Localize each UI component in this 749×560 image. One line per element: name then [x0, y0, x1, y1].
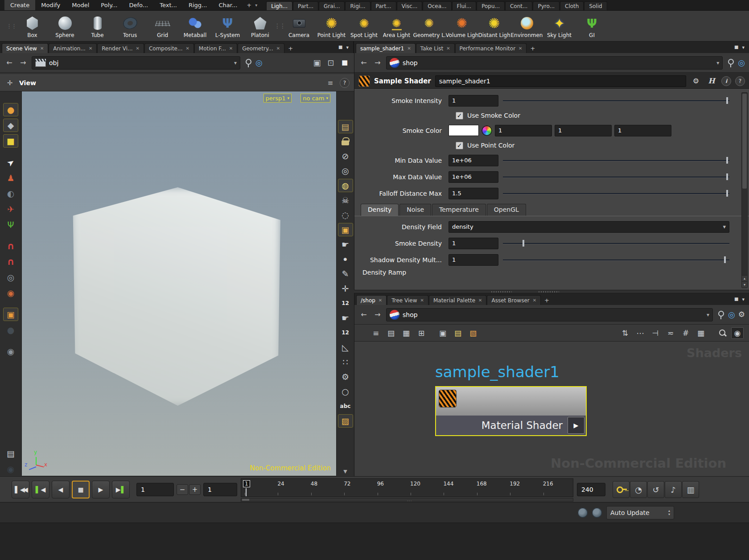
back-icon[interactable] — [358, 309, 369, 320]
shelf-set-tab[interactable]: Popu... — [477, 1, 505, 10]
volume-light-tool[interactable]: Volume Light — [445, 12, 478, 40]
start-frame-field[interactable]: 1 — [136, 483, 174, 496]
distribute-icon[interactable]: ≂ — [664, 327, 677, 339]
no-select-icon[interactable]: ⊘ — [338, 149, 353, 163]
falloff-slider[interactable] — [503, 189, 729, 198]
pin-icon[interactable] — [726, 58, 735, 68]
fog-volume-box[interactable] — [71, 187, 280, 406]
jump-start-button[interactable] — [12, 481, 29, 498]
point-light-tool[interactable]: Point Light — [315, 12, 348, 40]
camera-menu[interactable]: persp1 — [263, 94, 292, 103]
tube-tool[interactable]: Tube — [81, 12, 114, 40]
new-pane-tab-button[interactable]: + — [527, 43, 538, 53]
platonic-tool[interactable]: Platoni — [244, 12, 276, 40]
sphere-tool[interactable]: Sphere — [49, 12, 81, 40]
max-data-slider[interactable] — [503, 173, 729, 181]
pane-tab[interactable]: Tree View — [387, 295, 428, 305]
scroll-thumb[interactable] — [742, 94, 747, 189]
image-plane-icon[interactable]: ▨ — [338, 414, 353, 428]
gear-icon[interactable] — [690, 75, 702, 87]
chevron-down-icon[interactable] — [234, 60, 237, 66]
menu-item[interactable]: Modify — [35, 0, 66, 10]
sky-light-tool[interactable]: Sky Light — [543, 12, 576, 40]
pane-link-icon[interactable] — [325, 58, 336, 68]
material-shader-node[interactable]: Material Shader — [435, 386, 587, 436]
chevron-down-icon[interactable] — [723, 224, 726, 230]
link-target-icon[interactable] — [728, 311, 735, 319]
chevron-down-icon[interactable] — [707, 312, 709, 317]
network-globe-alt-icon[interactable] — [592, 508, 602, 518]
text-badge[interactable]: abc — [338, 399, 353, 413]
lsystem-tool[interactable]: L-System — [211, 12, 244, 40]
stop-button[interactable] — [72, 481, 90, 498]
scene-path-field[interactable]: obj — [32, 56, 240, 70]
thumb-list-icon[interactable]: ▦ — [400, 327, 412, 339]
flipbook-icon[interactable]: ▥ — [682, 481, 699, 498]
pane-tab[interactable]: Scene View — [2, 43, 48, 53]
tree-rows-icon[interactable]: ≡ — [370, 327, 382, 339]
pane-tab[interactable]: /shop — [356, 295, 387, 305]
smoke-intensity-field[interactable]: 1 — [449, 95, 498, 107]
pane-tab[interactable]: Motion F... — [194, 43, 237, 53]
grid-tool[interactable]: Grid — [146, 12, 179, 40]
next-keyframe-button[interactable] — [112, 481, 130, 498]
close-icon[interactable] — [136, 46, 140, 51]
smoke-color-g-field[interactable]: 1 — [555, 125, 612, 136]
forward-icon[interactable] — [372, 58, 383, 68]
geometry-box-icon[interactable]: ▣ — [338, 223, 353, 236]
magnet-icon[interactable]: ∩ — [3, 239, 18, 253]
shelf-set-tab[interactable]: Cloth — [560, 1, 584, 10]
notes-icon[interactable]: ▤ — [3, 447, 18, 460]
gear-icon[interactable] — [738, 311, 745, 318]
render-eye-icon[interactable]: ◉ — [3, 462, 18, 476]
update-mode-dropdown[interactable]: Auto Update — [606, 506, 674, 519]
shelf-set-tab[interactable]: Ligh... — [266, 1, 292, 10]
grid-view-icon[interactable]: ⊞ — [415, 327, 428, 339]
select-target-icon[interactable]: ◎ — [338, 164, 353, 177]
shadow-density-slider[interactable] — [503, 255, 729, 264]
param-folder-tab[interactable]: Noise — [399, 204, 431, 216]
play-button[interactable] — [92, 481, 110, 498]
shelf-drag-handle-icon[interactable] — [6, 23, 16, 29]
network-path-field[interactable]: shop — [386, 308, 713, 321]
back-icon[interactable] — [358, 58, 369, 68]
pane-tab[interactable]: Render Vi... — [97, 43, 144, 53]
white-swatch-icon[interactable] — [339, 58, 350, 68]
pin-icon[interactable] — [243, 58, 252, 68]
pane-maximize-icon[interactable] — [734, 45, 738, 49]
close-icon[interactable] — [229, 46, 233, 51]
shelf-set-tab[interactable]: Ocea... — [423, 1, 451, 10]
sticky-note-icon[interactable]: ▤ — [452, 327, 464, 339]
probe-icon[interactable]: ✛ — [338, 282, 353, 295]
param-folder-tab[interactable]: Density — [361, 204, 399, 216]
shelf-set-tab[interactable]: Solid — [584, 1, 607, 10]
pane-tab[interactable]: Performance Monitor — [455, 43, 527, 53]
shelf-set-tab[interactable]: Cont... — [505, 1, 532, 10]
scroll-up-icon[interactable] — [742, 275, 747, 281]
zoom-icon[interactable] — [716, 327, 728, 339]
shelf-set-tab[interactable]: Visc... — [397, 1, 423, 10]
metaball-tool[interactable]: Metaball — [179, 12, 211, 40]
planet-icon[interactable]: ◐ — [3, 187, 18, 200]
close-icon[interactable] — [533, 298, 536, 303]
environment-light-tool[interactable]: Environmen... — [510, 12, 543, 40]
houdini-help-icon[interactable] — [706, 75, 717, 87]
link-target-icon[interactable] — [255, 59, 263, 67]
surface-tool-icon[interactable]: ■ — [3, 134, 18, 148]
wrench-icon[interactable]: ⚙ — [338, 370, 353, 383]
list-view-icon[interactable]: ▤ — [385, 327, 397, 339]
timeline-scrollbar[interactable]: ... — [241, 498, 573, 502]
network-canvas[interactable]: Shaders sample_shader1 Material Shader N… — [354, 342, 749, 476]
gi-light-tool[interactable]: GI — [576, 12, 608, 40]
parameter-scrollbar[interactable] — [741, 92, 748, 288]
circle-icon[interactable]: ○ — [338, 385, 353, 398]
shelf-set-tab[interactable]: Part... — [293, 1, 318, 10]
close-icon[interactable] — [478, 298, 482, 303]
scroll-down-icon[interactable] — [343, 469, 347, 474]
smoke-intensity-slider[interactable] — [503, 96, 729, 105]
tree-icon[interactable]: Ψ — [3, 218, 18, 231]
ruler-icon[interactable]: ◺ — [338, 341, 353, 354]
lock-icon[interactable] — [338, 135, 353, 148]
audio-icon[interactable]: ♪ — [665, 481, 682, 498]
forward-icon[interactable] — [372, 309, 383, 320]
